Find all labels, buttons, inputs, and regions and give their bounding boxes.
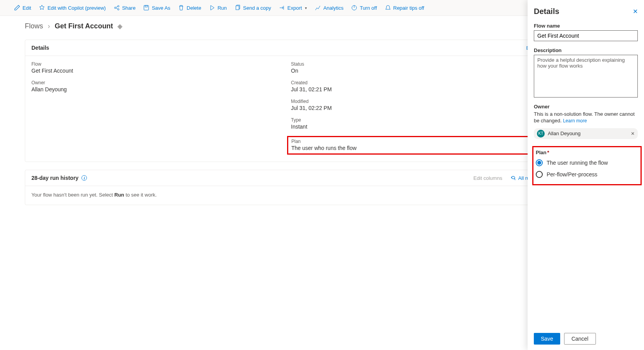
plan-highlight-box: Plan* The user running the flow Per-flow… bbox=[532, 146, 642, 185]
owner-label: Owner bbox=[534, 104, 638, 110]
save-icon bbox=[143, 5, 149, 11]
breadcrumb-current: Get First Account bbox=[55, 22, 113, 30]
details-card: Details Edit Flow Get First Account Owne… bbox=[25, 40, 542, 162]
flow-name-input[interactable] bbox=[534, 30, 638, 41]
svg-point-0 bbox=[114, 7, 116, 9]
play-icon bbox=[209, 5, 215, 11]
refresh-icon bbox=[510, 175, 516, 181]
svg-point-1 bbox=[118, 5, 119, 7]
save-as-button[interactable]: Save As bbox=[140, 3, 173, 12]
send-copy-button[interactable]: Send a copy bbox=[232, 3, 274, 12]
owner-chip: KT Allan Deyoung ✕ bbox=[534, 128, 638, 139]
svg-rect-3 bbox=[144, 5, 149, 10]
type-field: Type Instant bbox=[291, 117, 535, 130]
copilot-icon bbox=[39, 5, 45, 11]
owner-chip-name: Allan Deyoung bbox=[548, 131, 581, 136]
analytics-icon bbox=[315, 5, 321, 11]
trash-icon bbox=[178, 5, 184, 11]
copy-icon bbox=[235, 5, 241, 11]
description-label: Description bbox=[534, 47, 638, 53]
breadcrumb-separator: › bbox=[48, 22, 50, 30]
export-icon bbox=[279, 5, 285, 11]
turn-off-button[interactable]: Turn off bbox=[348, 3, 380, 12]
edit-button[interactable]: Edit bbox=[11, 3, 34, 12]
close-icon[interactable]: ✕ bbox=[633, 8, 638, 15]
bell-icon bbox=[385, 5, 391, 11]
chevron-down-icon: ▾ bbox=[305, 6, 307, 10]
flow-name-label: Flow name bbox=[534, 23, 638, 29]
svg-rect-4 bbox=[145, 5, 147, 7]
breadcrumb-root[interactable]: Flows bbox=[25, 22, 43, 30]
avatar-icon: KT bbox=[537, 130, 545, 138]
details-pane: Details ✕ Flow name Description Owner Th… bbox=[528, 0, 644, 291]
owner-note: This is a non-solution flow. The owner c… bbox=[534, 111, 638, 124]
delete-button[interactable]: Delete bbox=[175, 3, 204, 12]
owner-field: Owner Allan Deyoung bbox=[31, 80, 275, 92]
pencil-icon bbox=[14, 5, 20, 11]
plan-label: Plan* bbox=[536, 150, 637, 155]
run-history-card: 28-day run history i Edit columns All ru… bbox=[25, 170, 542, 205]
analytics-button[interactable]: Analytics bbox=[312, 3, 346, 12]
remove-owner-icon[interactable]: ✕ bbox=[631, 131, 635, 136]
plan-field: Plan The user who runs the flow bbox=[291, 139, 491, 151]
premium-icon: ◈ bbox=[118, 23, 122, 30]
modified-field: Modified Jul 31, 02:22 PM bbox=[291, 99, 535, 111]
learn-more-link[interactable]: Learn more bbox=[563, 118, 587, 124]
svg-rect-5 bbox=[236, 6, 239, 10]
info-icon[interactable]: i bbox=[81, 175, 87, 181]
radio-unselected-icon bbox=[536, 171, 543, 178]
export-button[interactable]: Export ▾ bbox=[276, 3, 310, 12]
created-field: Created Jul 31, 02:21 PM bbox=[291, 80, 535, 92]
details-card-title: Details bbox=[31, 45, 49, 51]
repair-tips-button[interactable]: Repair tips off bbox=[382, 3, 428, 12]
plan-option-perflow[interactable]: Per-flow/Per-process bbox=[536, 169, 637, 180]
run-history-title: 28-day run history bbox=[31, 175, 78, 181]
share-button[interactable]: Share bbox=[111, 3, 139, 12]
status-field: Status On bbox=[291, 61, 535, 74]
flow-field: Flow Get First Account bbox=[31, 61, 275, 74]
run-history-note: Your flow hasn't been run yet. Select Ru… bbox=[31, 192, 157, 198]
share-icon bbox=[114, 5, 120, 11]
power-icon bbox=[351, 5, 357, 11]
radio-selected-icon bbox=[536, 159, 543, 166]
pane-title: Details bbox=[534, 7, 559, 16]
plan-option-user[interactable]: The user running the flow bbox=[536, 157, 637, 169]
plan-highlight-box: Plan The user who runs the flow bbox=[287, 136, 535, 155]
breadcrumb: Flows › Get First Account ◈ bbox=[25, 22, 542, 30]
description-input[interactable] bbox=[534, 55, 638, 98]
edit-copilot-button[interactable]: Edit with Copilot (preview) bbox=[36, 3, 109, 12]
edit-columns-link[interactable]: Edit columns bbox=[473, 175, 502, 181]
svg-point-2 bbox=[118, 9, 119, 10]
run-button[interactable]: Run bbox=[206, 3, 230, 12]
